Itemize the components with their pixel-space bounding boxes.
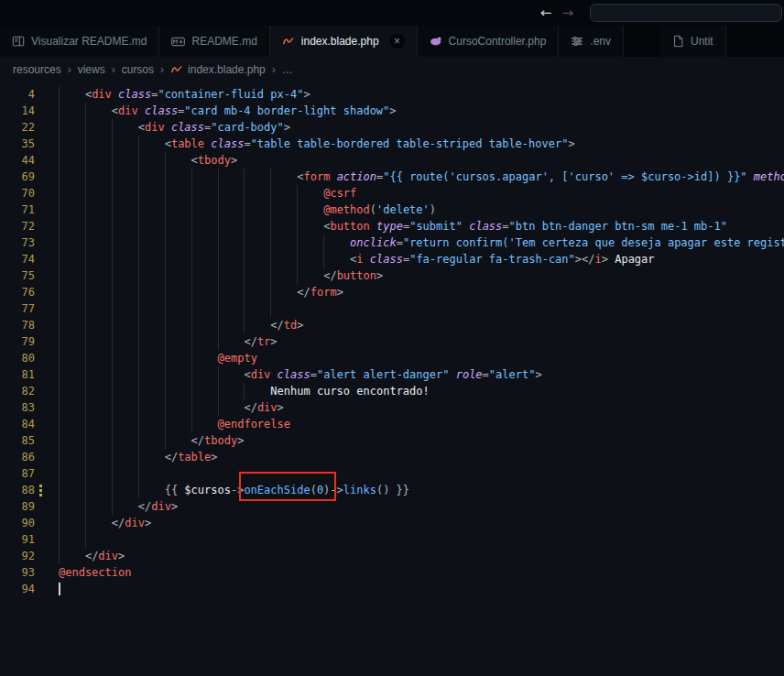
code-line[interactable]: 76</form> [0,284,784,300]
code-line[interactable]: 44<tbody> [0,152,784,169]
line-number: 89 [0,498,44,515]
code-line[interactable]: 75</button> [0,267,784,284]
code-line[interactable]: 79</tr> [0,333,784,350]
line-number: 80 [0,350,44,366]
breadcrumb-item-resources[interactable]: resources [13,63,61,76]
code-line[interactable]: 72<button type="submit" class="btn btn-d… [0,218,784,234]
code-line[interactable]: 91 [0,531,784,548]
code-text: <tbody> [59,152,237,169]
modified-line-marker [39,485,42,496]
code-text: @empty [59,350,257,366]
code-line[interactable]: 70@csrf [0,185,784,202]
code-line[interactable]: 82Nenhum curso encontrado! [0,383,784,399]
line-number: 35 [0,136,44,152]
code-line[interactable]: 86</table> [0,449,784,465]
code-line[interactable]: 69<form action="{{ route('cursos.apagar'… [0,169,784,185]
tab-cursocontroller-php[interactable]: CursoController.php [418,26,560,57]
code-text: </form> [59,284,343,300]
breadcrumb-label: … [282,63,293,76]
annotation-highlight-box [239,472,336,501]
breadcrumb-label: resources [13,63,61,76]
code-line[interactable]: 83</div> [0,399,784,416]
code-text: <div class="card mb-4 border-light shado… [59,103,397,119]
title-bar: ← → [0,0,784,26]
code-line[interactable]: 87 [0,465,784,482]
php-icon [430,35,442,48]
tab-label: .env [590,35,611,48]
indent-guides [59,482,165,498]
code-line[interactable]: 92</div> [0,548,784,564]
code-text: {{ $cursos->onEachSide(0)->links() }} [59,482,409,498]
line-number: 86 [0,449,44,465]
markdown-icon [171,35,185,49]
breadcrumb-separator: › [68,63,71,76]
code-line[interactable]: 85</tbody> [0,432,784,449]
line-number: 92 [0,548,44,564]
code-text: @csrf [59,185,356,202]
indent-guides [59,119,138,136]
code-text: <button type="submit" class="btn btn-dan… [59,218,727,234]
tab-readme-md[interactable]: README.md [159,26,269,57]
code-line[interactable]: 81<div class="alert alert-danger" role="… [0,366,784,383]
code-line[interactable]: 77 [0,300,784,317]
search-input[interactable] [590,4,782,22]
line-number: 91 [0,531,44,548]
breadcrumb-label: index.blade.php [188,63,266,76]
code-line[interactable]: 90</div> [0,515,784,531]
tab-visualizar-readme-md[interactable]: Visualizar README.md [0,26,159,57]
code-text: </td> [59,317,304,333]
tab-untit[interactable]: Untit [660,26,726,57]
indent-guides [59,251,350,267]
line-number: 79 [0,333,44,350]
breadcrumb-item-[interactable]: … [282,63,293,76]
code-line[interactable]: 73onclick="return confirm('Tem certeza q… [0,234,784,251]
breadcrumb-label: cursos [122,63,154,76]
code-line[interactable]: 80@empty [0,350,784,366]
indent-guides [59,548,85,564]
code-line[interactable]: 84@endforelse [0,416,784,432]
tab-label: Untit [691,35,713,48]
code-text: </tr> [59,333,278,350]
breadcrumb-item-cursos[interactable]: cursos [122,63,154,76]
code-text [59,581,60,597]
code-line[interactable]: 35<table class="table table-bordered tab… [0,136,784,152]
code-text: <div class="card-body"> [59,119,290,136]
indent-guides [59,366,244,383]
line-number: 22 [0,119,44,136]
code-text: </div> [59,399,284,416]
indent-guides [59,284,297,300]
breadcrumb-item-views[interactable]: views [78,63,105,76]
code-line[interactable]: 4<div class="container-fluid px-4"> [0,86,784,103]
line-number: 14 [0,103,44,119]
blade-icon [170,63,183,76]
tab-env[interactable]: .env [559,26,624,57]
indent-guides [59,267,323,284]
breadcrumb-separator: › [160,63,164,76]
line-number: 81 [0,366,44,383]
back-arrow-icon[interactable]: ← [535,5,557,21]
close-tab-icon[interactable]: × [390,34,405,49]
code-line[interactable]: 14<div class="card mb-4 border-light sha… [0,103,784,119]
code-editor-window: ← → Visualizar README.mdREADME.mdindex.b… [0,0,784,676]
indent-guides [59,103,112,119]
tab-label: CursoController.php [449,35,547,48]
code-text: @endforelse [59,416,290,432]
code-line[interactable]: 78</td> [0,317,784,333]
code-line[interactable]: 89</div> [0,498,784,515]
indent-guides [59,531,112,548]
indent-guides [59,317,270,333]
line-number: 94 [0,581,44,597]
code-line[interactable]: 74<i class="fa-regular fa-trash-can"></i… [0,251,784,267]
line-number: 87 [0,465,44,482]
indent-guides [59,416,218,432]
tab-index-blade-php[interactable]: index.blade.php× [270,26,418,57]
code-line[interactable]: 22<div class="card-body"> [0,119,784,136]
code-line[interactable]: 94 [0,581,784,597]
breadcrumb-item-index-blade-php[interactable]: index.blade.php [170,63,266,76]
code-line[interactable]: 88{{ $cursos->onEachSide(0)->links() }} [0,482,784,498]
code-editor[interactable]: 4<div class="container-fluid px-4">14<di… [0,82,784,676]
code-line[interactable]: 93@endsection [0,564,784,581]
forward-arrow-icon[interactable]: → [557,5,579,21]
tab-label: README.md [191,35,256,48]
code-line[interactable]: 71@method('delete') [0,202,784,218]
